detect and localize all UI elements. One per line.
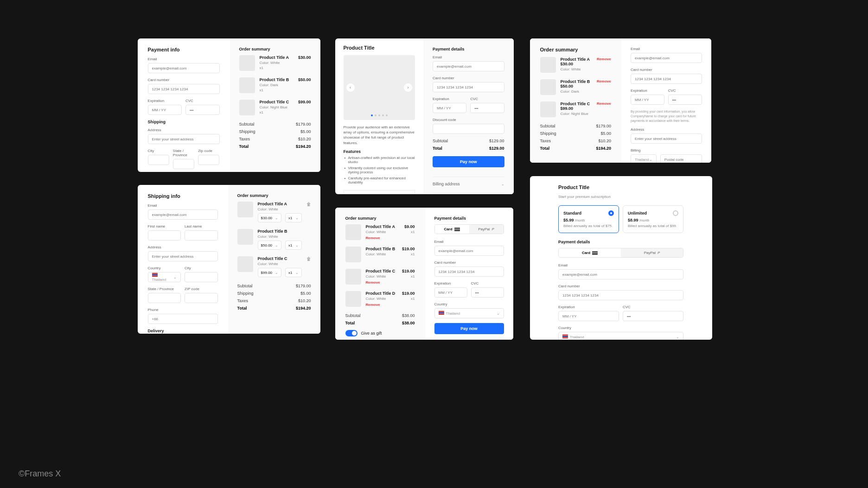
remove-button[interactable]: Remove <box>597 101 611 117</box>
trash-icon[interactable]: 🗑 <box>306 202 311 222</box>
next-button[interactable]: › <box>404 83 412 92</box>
fname-input[interactable] <box>148 230 181 241</box>
tab-paypal[interactable]: PayPalP <box>469 225 504 234</box>
email-input[interactable] <box>148 209 218 220</box>
card-consent-note: By providing your card information, you … <box>631 109 702 123</box>
price-select[interactable]: $99.00⌄ <box>258 268 281 277</box>
prev-button[interactable]: ‹ <box>346 83 355 92</box>
address-input[interactable] <box>631 133 702 144</box>
country-select[interactable]: Thailand⌄ <box>434 308 504 318</box>
remove-button[interactable]: Remove <box>366 303 397 307</box>
product-description: Provide your audience with an extensive … <box>344 125 415 146</box>
exp-input[interactable] <box>433 103 466 113</box>
email-input[interactable] <box>558 269 683 279</box>
subtotal-value: $179.00 <box>296 284 311 288</box>
tab-card[interactable]: Card <box>559 248 621 257</box>
email-input[interactable] <box>433 61 504 71</box>
pay-button[interactable]: Pay now <box>434 323 504 334</box>
item-price: $19.00 <box>402 291 415 296</box>
card-icon <box>592 251 598 255</box>
chevron-down-icon: ⌄ <box>649 158 652 162</box>
exp-input[interactable] <box>558 311 619 321</box>
qty-select[interactable]: x1⌄ <box>285 241 301 250</box>
zip-input[interactable] <box>198 155 219 165</box>
item-title: Product Title A <box>366 224 400 229</box>
price-select[interactable]: $30.00⌄ <box>258 213 281 222</box>
card-input[interactable] <box>558 290 683 300</box>
country-label: Country <box>434 302 504 306</box>
plan-unlimited[interactable]: Unlimited$8.99 /monthBilled annually as … <box>623 205 683 233</box>
country-select[interactable]: Thailand⌄ <box>148 272 181 282</box>
chevron-down-icon: ⌄ <box>275 216 278 220</box>
email-input[interactable] <box>434 246 504 256</box>
remove-button[interactable]: Remove <box>366 236 400 240</box>
city-input[interactable] <box>185 272 218 282</box>
city-input[interactable] <box>148 155 169 165</box>
product-subtitle: Start your premium subscription <box>558 195 683 199</box>
item-title: Product Title C <box>260 100 294 104</box>
qty-select[interactable]: x1⌄ <box>285 213 301 222</box>
item-price: $99.00 <box>298 100 311 115</box>
remove-button[interactable]: Remove <box>366 280 397 285</box>
chevron-down-icon: ⌄ <box>497 311 500 316</box>
card-input[interactable] <box>631 74 702 84</box>
zip-input[interactable] <box>185 293 218 303</box>
shipping-label: Shipping <box>239 129 255 134</box>
country-select[interactable]: Thailand⌄ <box>558 332 683 340</box>
item-meta: Color: White <box>561 67 592 71</box>
remove-button[interactable]: Remove <box>597 57 611 73</box>
postal-input[interactable] <box>660 154 702 163</box>
phone-input[interactable] <box>148 314 218 324</box>
radio-selected-icon <box>608 210 614 216</box>
remove-button[interactable]: Remove <box>597 79 611 95</box>
address-input[interactable] <box>148 251 218 261</box>
email-input[interactable] <box>148 63 220 73</box>
country-label: Country <box>558 326 683 330</box>
cvc-input[interactable] <box>185 105 220 115</box>
lname-input[interactable] <box>185 230 218 241</box>
address-label: Address <box>148 128 220 132</box>
exp-input[interactable] <box>631 95 664 105</box>
card-input[interactable] <box>434 266 504 277</box>
trash-icon[interactable]: 🗑 <box>306 256 311 277</box>
cvc-input[interactable] <box>470 103 504 113</box>
taxes-label: Taxes <box>540 139 551 143</box>
product-title: Product Title <box>344 45 415 51</box>
price-select[interactable]: $50.00⌄ <box>258 241 281 250</box>
exp-input[interactable] <box>434 287 467 298</box>
country-label: Country <box>148 266 181 270</box>
plan-name: Unlimited <box>628 211 647 215</box>
fname-label: First name <box>148 224 181 228</box>
subtotal-label: Subtotal <box>345 313 361 318</box>
state-input[interactable] <box>173 159 194 169</box>
discount-input[interactable] <box>433 124 504 134</box>
cvc-input[interactable] <box>623 311 683 321</box>
tab-paypal[interactable]: PayPalP <box>621 248 683 257</box>
email-input[interactable] <box>631 53 702 63</box>
exp-input[interactable] <box>148 105 182 115</box>
plan-standard[interactable]: Standard$5.99 /monthBilled annually as t… <box>558 205 619 233</box>
product-thumb <box>237 256 253 272</box>
qty-select[interactable]: x1⌄ <box>285 268 301 277</box>
address-input[interactable] <box>148 134 220 144</box>
card-label: Card number <box>631 68 702 72</box>
billing-accordion[interactable]: Billing address⌄ <box>433 177 504 191</box>
cvc-input[interactable] <box>668 95 702 105</box>
product-thumb <box>237 229 253 245</box>
gift-toggle[interactable] <box>345 330 357 336</box>
state-input[interactable] <box>148 293 181 303</box>
plan-note: Billed annually as total of $99. <box>628 224 678 228</box>
card-input[interactable] <box>433 82 504 92</box>
card-input[interactable] <box>148 84 220 94</box>
item-qty: x1 <box>404 230 415 234</box>
tab-card[interactable]: Card <box>435 225 469 234</box>
reviews-accordion[interactable]: Reviews⌄ <box>433 193 504 194</box>
email-label: Email <box>434 240 504 244</box>
cvc-input[interactable] <box>471 287 504 298</box>
address-label: Address <box>148 245 218 249</box>
country-select[interactable]: Thailand⌄ <box>631 154 657 163</box>
item-qty: x1 <box>260 110 294 114</box>
item-price: $19.00 <box>402 247 415 251</box>
plan-standard[interactable]: Standard $129.00 Perfect for solo freela… <box>344 190 415 194</box>
pay-button[interactable]: Pay now <box>433 156 504 167</box>
